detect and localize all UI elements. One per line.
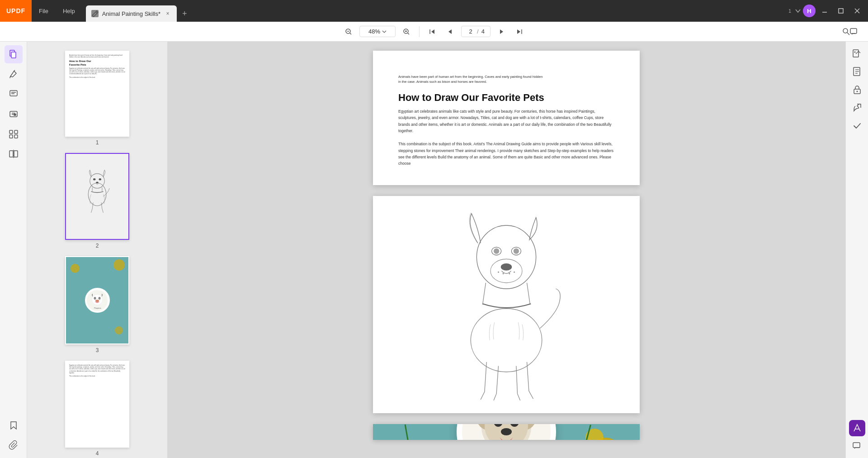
sidebar-right-chat[interactable]	[849, 438, 865, 454]
menu-items: File Help	[32, 0, 82, 22]
svg-point-45	[476, 225, 536, 289]
svg-line-6	[350, 33, 351, 34]
current-page[interactable]: 2	[467, 28, 474, 35]
last-page-button[interactable]	[512, 24, 527, 39]
close-button[interactable]	[850, 4, 864, 18]
sidebar-right-pdf-to-img[interactable]	[849, 63, 865, 80]
zoom-selector[interactable]: 48%	[359, 26, 396, 37]
page-navigation: 2 / 4	[461, 26, 491, 37]
maximize-button[interactable]	[834, 4, 848, 18]
menu-file[interactable]: File	[32, 0, 56, 22]
first-page-button[interactable]	[425, 24, 439, 39]
svg-point-43	[95, 300, 99, 302]
thumbnail-item-4[interactable]: Egyptian art celebrates animals like cat…	[65, 361, 129, 457]
svg-point-37	[99, 178, 101, 181]
toolbar-right-actions	[846, 24, 861, 39]
sidebar-right-share[interactable]	[849, 100, 865, 116]
topbar-right: 1 H	[788, 4, 868, 18]
right-sidebar	[845, 42, 868, 458]
sidebar-icon-bookmark[interactable]	[5, 416, 23, 434]
svg-point-35	[90, 174, 104, 188]
zoom-dropdown-icon	[382, 29, 387, 34]
page-indicator: 1	[788, 8, 793, 14]
sidebar-icon-edit[interactable]	[5, 65, 23, 83]
svg-point-51	[501, 263, 512, 271]
svg-rect-32	[14, 151, 18, 157]
tab-label: Animal Painting Skills*	[102, 10, 160, 17]
thumbnail-item-1[interactable]: Animals have been part of human art from…	[65, 51, 129, 146]
search-button[interactable]	[839, 24, 854, 39]
tab-active[interactable]: Animal Painting Skills* ×	[86, 5, 177, 22]
chevron-down-icon	[795, 8, 801, 14]
page1-body-text: Egyptian art celebrates animals like cat…	[398, 108, 614, 167]
maximize-icon	[838, 8, 844, 14]
svg-point-69	[854, 52, 855, 53]
svg-point-41	[94, 297, 96, 300]
sidebar-icon-pages[interactable]	[5, 45, 23, 63]
next-page-button[interactable]	[494, 24, 509, 39]
svg-point-56	[514, 272, 515, 273]
close-icon	[854, 8, 860, 14]
svg-rect-68	[853, 50, 859, 57]
thumbnail-item-3[interactable]: Papyrus 3	[65, 256, 129, 353]
sidebar-icon-compare[interactable]	[5, 145, 23, 163]
svg-line-19	[10, 76, 10, 78]
sidebar-right-check[interactable]	[849, 118, 865, 134]
tab-edit-icon	[91, 10, 99, 17]
toolbar-separator-1	[419, 26, 420, 37]
pet-medallion-thumb: Papyrus	[86, 289, 108, 312]
user-avatar[interactable]: H	[803, 5, 816, 17]
zoom-value: 48%	[368, 28, 380, 35]
sidebar-right-ai[interactable]	[849, 420, 865, 436]
page-separator: /	[477, 28, 479, 35]
svg-rect-30	[14, 135, 18, 138]
prev-page-button[interactable]	[443, 24, 458, 39]
svg-point-14	[843, 29, 848, 33]
topbar: UPDF File Help Animal Painting Skills* ×…	[0, 0, 868, 22]
tab-close-button[interactable]: ×	[164, 10, 171, 17]
left-sidebar	[0, 42, 27, 458]
sidebar-icon-attachment[interactable]	[5, 436, 23, 454]
tab-add-button[interactable]: +	[177, 5, 193, 22]
dog-sketch-thumb	[77, 167, 118, 226]
sidebar-icon-forms[interactable]	[5, 105, 23, 123]
prev-page-icon	[447, 28, 454, 35]
svg-rect-31	[9, 151, 13, 157]
sidebar-right-img-to-pdf[interactable]	[849, 45, 865, 62]
svg-point-49	[494, 248, 499, 254]
sidebar-right-password[interactable]	[849, 81, 865, 98]
svg-point-55	[509, 273, 510, 274]
organize-icon	[9, 129, 19, 139]
sidebar-icon-organize[interactable]	[5, 125, 23, 143]
zoom-out-icon	[345, 28, 352, 35]
first-page-icon	[429, 28, 436, 35]
document-page-1: Animals have been part of human art from…	[373, 51, 640, 185]
check-mark-icon	[852, 121, 862, 131]
annotation-icon	[9, 89, 19, 99]
svg-point-46	[491, 259, 522, 283]
svg-point-50	[514, 248, 519, 254]
svg-point-53	[498, 272, 499, 273]
menu-help[interactable]: Help	[56, 0, 82, 22]
attachment-icon	[9, 440, 19, 450]
bookmark-icon	[9, 420, 19, 430]
dog-sketch-main	[443, 196, 570, 413]
thumbnail-item-2[interactable]: 2	[65, 153, 129, 249]
tabs-area: Animal Painting Skills* × +	[86, 0, 788, 22]
password-icon	[852, 85, 862, 95]
zoom-in-icon	[403, 28, 410, 35]
svg-point-66	[501, 428, 512, 435]
minimize-icon	[821, 8, 828, 14]
page1-intro-text: Animals have been part of human art from…	[398, 74, 614, 85]
thumbnail-frame-2	[65, 153, 129, 240]
svg-point-75	[856, 91, 858, 92]
sidebar-icon-annotations[interactable]	[5, 85, 23, 103]
minimize-button[interactable]	[817, 4, 832, 18]
zoom-in-button[interactable]	[399, 24, 414, 39]
svg-rect-20	[10, 91, 17, 96]
zoom-out-button[interactable]	[341, 24, 356, 39]
svg-point-54	[503, 273, 504, 274]
svg-rect-1	[839, 9, 843, 13]
pages-icon	[9, 49, 19, 59]
compare-icon	[9, 149, 19, 159]
